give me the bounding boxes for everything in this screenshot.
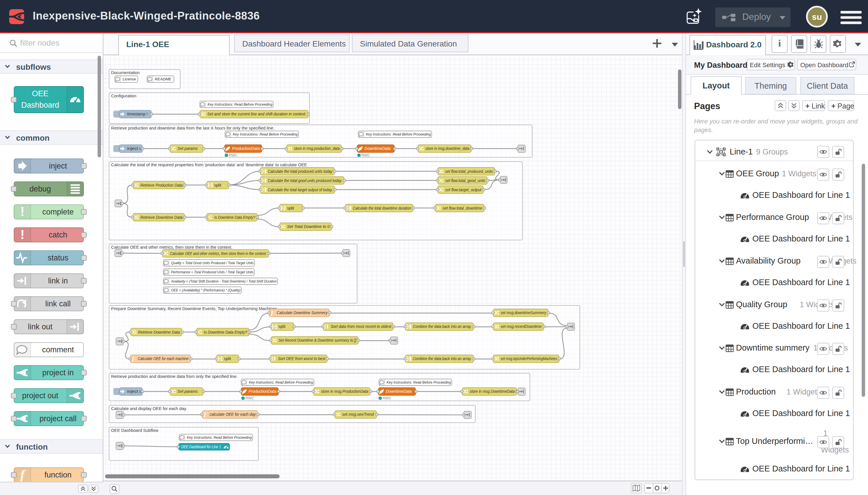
svg-text:Calculate OEE and other metric: Calculate OEE and other metrics, then st… — [170, 252, 267, 256]
svg-text:Sort data from most recent to: Sort data from most recent to oldest — [331, 324, 392, 329]
svg-text:ProductionData: ProductionData — [232, 147, 260, 151]
svg-text:Key Instructions: Read Before: Key Instructions: Read Before Proceeding — [249, 380, 313, 385]
svg-text:Set Recent Downtime & Downtime: Set Recent Downtime & Downtime summery t… — [278, 338, 357, 343]
svg-text:Key Instructions: Read Before: Key Instructions: Read Before Proceeding — [387, 380, 451, 385]
svg-text:Availavity = (Total Shift Dura: Availavity = (Total Shift Duration - Tot… — [171, 279, 277, 284]
svg-text:Calculate Downtime Summery: Calculate Downtime Summery — [277, 311, 328, 315]
svg-text:DowntimeData: DowntimeData — [365, 147, 390, 151]
svg-text:split: split — [278, 324, 285, 329]
svg-text:store in msg.production_data: store in msg.production_data — [294, 147, 340, 151]
svg-text:RWC: RWC — [245, 396, 254, 400]
svg-text:Retrieve Downtime Data: Retrieve Downtime Data — [140, 215, 183, 220]
svg-text:Calculate the total good units: Calculate the total good units produced … — [268, 178, 342, 183]
svg-text:set msg.recentDowntime: set msg.recentDowntime — [501, 324, 542, 329]
svg-text:Set params: Set params — [177, 389, 198, 394]
svg-text:RWC: RWC — [229, 153, 237, 157]
svg-text:store in msg.downtime_data: store in msg.downtime_data — [426, 147, 469, 151]
svg-text:Set params: Set params — [177, 147, 198, 151]
svg-text:README: README — [155, 77, 172, 81]
svg-text:!: ! — [20, 204, 25, 219]
svg-text:store in msg.DowntimeData: store in msg.DowntimeData — [470, 389, 515, 394]
svg-text:Retrieve Production Data: Retrieve Production Data — [140, 183, 183, 187]
svg-text:split: split — [224, 357, 231, 361]
svg-text:Set and store the current line: Set and store the current line and shift… — [207, 112, 306, 116]
svg-text:!: ! — [20, 227, 25, 241]
svg-text:License: License — [123, 77, 136, 81]
svg-text:Combine the data back into an: Combine the data back into an array. — [413, 357, 472, 361]
svg-text:Set Total Downtime to 0: Set Total Downtime to 0 — [287, 224, 330, 229]
svg-text:Calculate OEE for each machine: Calculate OEE for each machine — [138, 357, 189, 361]
svg-text:set msg.downtimeSummery: set msg.downtimeSummery — [501, 311, 546, 315]
svg-text:Key Instructions: Read Before: Key Instructions: Read Before Proceeding — [233, 132, 298, 136]
svg-text:Retrieve production and downti: Retrieve production and downtime data fr… — [111, 126, 274, 130]
svg-text:DowntimeData: DowntimeData — [386, 389, 412, 394]
svg-text:Is Downtime Data Empty?: Is Downtime Data Empty? — [204, 330, 247, 335]
svg-text:calculate OEE for each day: calculate OEE for each day — [210, 412, 256, 416]
svg-text:set msg.topUnderPerformingMach: set msg.topUnderPerformingMachines — [501, 357, 557, 361]
svg-text:timestamp ¹: timestamp ¹ — [127, 112, 148, 116]
svg-text:Performance = Total Produced U: Performance = Total Produced Units / Tot… — [171, 270, 254, 274]
svg-text:Prepare Downtime Summary, Rece: Prepare Downtime Summary, Recent Downtim… — [111, 306, 277, 311]
svg-text:set flow.total_produced_units: set flow.total_produced_units — [445, 169, 493, 174]
svg-text:Calculate the total of the req: Calculate the total of the required prop… — [111, 163, 307, 167]
svg-text:store in msg.ProductionData: store in msg.ProductionData — [321, 389, 368, 394]
svg-text:RWC: RWC — [361, 153, 370, 157]
svg-text:Sort OEE from worst to best: Sort OEE from worst to best — [278, 357, 326, 361]
svg-text:Retrieve Downtime Data: Retrieve Downtime Data — [138, 330, 180, 335]
svg-text:Calculate the total downtime d: Calculate the total downtime duration — [353, 206, 411, 210]
svg-text:Key Instructions: Read Before: Key Instructions: Read Before Proceeding — [366, 132, 431, 136]
svg-text:set flow.total_good_units: set flow.total_good_units — [445, 178, 485, 183]
svg-text:Calculate the total target out: Calculate the total target output of tod… — [268, 188, 333, 192]
svg-text:OEE Dashboard Subflow: OEE Dashboard Subflow — [111, 428, 158, 433]
svg-text:f: f — [20, 468, 26, 482]
svg-text:RWC: RWC — [383, 396, 391, 400]
svg-text:Calculate and display OEE for: Calculate and display OEE for each day. — [111, 406, 187, 411]
svg-text:Is Downtime Data Empty?: Is Downtime Data Empty? — [214, 215, 255, 220]
svg-text:Quality = Total Good Units Pro: Quality = Total Good Units Produced / To… — [171, 261, 254, 265]
svg-text:split: split — [214, 183, 221, 187]
svg-text:inject ʊ: inject ʊ — [127, 147, 142, 151]
svg-text:inject ʊ: inject ʊ — [127, 389, 142, 394]
svg-text:set flow.total_downtime: set flow.total_downtime — [442, 206, 482, 210]
svg-text:OEE = (Availability) * (Perfor: OEE = (Availability) * (Performance) * (… — [171, 288, 241, 292]
svg-text:Configuration: Configuration — [111, 93, 136, 98]
svg-text:Key Instructions: Read Before: Key Instructions: Read Before Proceeding — [187, 435, 252, 440]
svg-text:Key Instructions: Read Before: Key Instructions: Read Before Proceeding — [208, 102, 273, 106]
svg-text:set msg.oeeTrend: set msg.oeeTrend — [342, 412, 374, 416]
svg-text:Retrieve production and downti: Retrieve production and downtime data fr… — [111, 374, 238, 379]
svg-text:ProductionData: ProductionData — [248, 389, 276, 394]
svg-text:Documentation: Documentation — [111, 70, 140, 75]
svg-text:split: split — [287, 206, 294, 210]
svg-text:Combine the data back into an: Combine the data back into an array. — [413, 324, 472, 329]
svg-text:OEE Dashboard for Line 1: OEE Dashboard for Line 1 — [181, 444, 221, 449]
svg-text:Calculate OEE and other metric: Calculate OEE and other metrics, then st… — [111, 245, 232, 250]
svg-text:Calculate the total produced u: Calculate the total produced units today — [268, 169, 333, 174]
svg-text:set flow.target_output: set flow.target_output — [445, 188, 482, 192]
